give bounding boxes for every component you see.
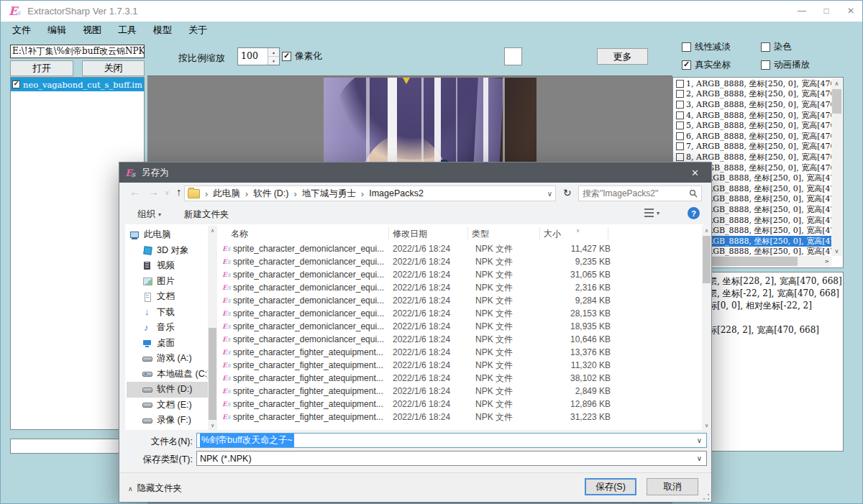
npk-path-input[interactable]: E:\!补丁集\%剑帝buff改云锦NPK.NPK bbox=[10, 45, 145, 58]
sprite-row-6[interactable]: 6, ARGB_8888, 坐标[250, 0], 宽高[470, 668], bbox=[674, 131, 831, 142]
sprite-row-7[interactable]: 7, ARGB_8888, 坐标[250, 0], 宽高[470, 668], bbox=[674, 142, 831, 152]
nav-item-12[interactable]: 录像 (F:) bbox=[127, 413, 208, 429]
file-row-13[interactable]: Essprite_character_fighter_atequipment..… bbox=[220, 411, 702, 423]
organize-button[interactable]: 组织 ▾ bbox=[137, 209, 161, 221]
nav-item-3[interactable]: 图片 bbox=[127, 274, 208, 290]
checkbox-icon[interactable] bbox=[676, 80, 684, 88]
close-npk-button[interactable]: 关闭 bbox=[82, 60, 145, 76]
nav-item-7[interactable]: 桌面 bbox=[127, 336, 208, 352]
file-row-6[interactable]: Essprite_character_demoniclancer_equi...… bbox=[220, 320, 702, 333]
dialog-titlebar[interactable]: E s 另存为 ✕ bbox=[119, 162, 711, 183]
column-header-name[interactable]: 名称 bbox=[220, 227, 389, 240]
spinner-up-icon[interactable]: ▲ bbox=[268, 48, 279, 57]
breadcrumb-segment-0[interactable]: 此电脑 bbox=[213, 188, 240, 200]
checkbox-icon[interactable] bbox=[676, 111, 684, 119]
chevron-down-icon[interactable]: ∨ bbox=[697, 454, 702, 462]
menu-item-4[interactable]: 模型 bbox=[151, 22, 174, 38]
maximize-button[interactable]: □ bbox=[814, 0, 839, 22]
scroll-up-icon[interactable]: ∧ bbox=[831, 78, 842, 88]
nav-item-8[interactable]: 游戏 (A:) bbox=[127, 351, 208, 367]
address-dropdown-icon[interactable]: ∨ bbox=[547, 190, 552, 198]
checkbox-icon[interactable] bbox=[676, 153, 684, 161]
sprite-row-4[interactable]: 4, ARGB_8888, 坐标[250, 0], 宽高[470, 668], bbox=[674, 110, 831, 121]
file-row-5[interactable]: Essprite_character_demoniclancer_equi...… bbox=[220, 307, 702, 320]
breadcrumb-segment-1[interactable]: 软件 (D:) bbox=[253, 188, 288, 200]
file-row-8[interactable]: Essprite_character_fighter_atequipment..… bbox=[220, 346, 702, 359]
nav-item-11[interactable]: 文档 (E:) bbox=[127, 398, 208, 413]
option-checkbox-1[interactable]: 染色 bbox=[761, 41, 792, 53]
file-row-0[interactable]: Essprite_character_demoniclancer_equi...… bbox=[220, 242, 702, 255]
scroll-right-icon[interactable]: ∨ bbox=[821, 257, 832, 267]
chevron-down-icon[interactable]: ∨ bbox=[697, 436, 702, 444]
img-list-item-0[interactable]: ✓neo_vagabond_cut_s_buff.img bbox=[11, 78, 144, 91]
file-row-11[interactable]: Essprite_character_fighter_atequipment..… bbox=[220, 385, 702, 398]
file-row-1[interactable]: Essprite_character_demoniclancer_equi...… bbox=[220, 255, 702, 268]
more-button[interactable]: 更多 bbox=[597, 48, 648, 65]
checkbox-icon[interactable]: ✓ bbox=[682, 60, 691, 70]
scroll-down-icon[interactable]: ∨ bbox=[702, 421, 711, 430]
file-row-12[interactable]: Essprite_character_fighter_atequipment..… bbox=[220, 398, 702, 411]
scroll-down-icon[interactable]: ∨ bbox=[831, 246, 842, 256]
nav-item-10[interactable]: 软件 (D:) bbox=[127, 382, 208, 398]
sprite-row-2[interactable]: 2, ARGB_8888, 坐标[250, 0], 宽高[470, 668], bbox=[674, 89, 831, 100]
menu-item-2[interactable]: 视图 bbox=[81, 22, 104, 38]
resize-grip[interactable] bbox=[703, 494, 709, 500]
forward-icon[interactable]: → bbox=[148, 185, 159, 198]
checkbox-icon[interactable] bbox=[761, 60, 770, 70]
file-row-9[interactable]: Essprite_character_fighter_atequipment..… bbox=[220, 359, 702, 372]
scroll-up-icon[interactable]: ∧ bbox=[702, 226, 711, 235]
option-checkbox-0[interactable]: 线性减淡 bbox=[682, 41, 731, 53]
scale-value[interactable]: 100 bbox=[238, 48, 268, 65]
menu-item-3[interactable]: 工具 bbox=[116, 22, 139, 38]
file-row-2[interactable]: Essprite_character_demoniclancer_equi...… bbox=[220, 268, 702, 281]
filename-input[interactable]: %剑帝buff改天命之子~ ∨ bbox=[196, 433, 707, 448]
option-checkbox-2[interactable]: ✓真实坐标 bbox=[682, 59, 731, 71]
file-list-scrollbar[interactable]: ∧ ∨ bbox=[702, 226, 711, 430]
vscroll-thumb[interactable] bbox=[832, 89, 841, 114]
dialog-close-button[interactable]: ✕ bbox=[679, 162, 711, 183]
file-row-4[interactable]: Essprite_character_demoniclancer_equi...… bbox=[220, 294, 702, 307]
nav-scrollbar[interactable]: ∧ ∨ bbox=[208, 226, 217, 430]
up-icon[interactable]: ↑ bbox=[176, 185, 182, 198]
option-checkbox-3[interactable]: 动画播放 bbox=[761, 59, 810, 71]
open-button[interactable]: 打开 bbox=[10, 60, 73, 76]
nav-item-2[interactable]: 视频 bbox=[127, 258, 208, 274]
save-button[interactable]: 保存(S) bbox=[585, 478, 636, 495]
recent-locations-icon[interactable]: ∨ bbox=[165, 189, 170, 196]
file-row-7[interactable]: Essprite_character_demoniclancer_equi...… bbox=[220, 333, 702, 346]
spinner-down-icon[interactable]: ▼ bbox=[268, 57, 279, 65]
checkbox-icon[interactable]: ✓ bbox=[12, 81, 20, 88]
nav-item-6[interactable]: 音乐 bbox=[127, 320, 208, 336]
checkbox-icon[interactable] bbox=[676, 122, 684, 129]
menu-item-0[interactable]: 文件 bbox=[10, 22, 33, 38]
sprite-row-8[interactable]: 8, ARGB_8888, 坐标[250, 0], 宽高[470, 668], bbox=[674, 152, 831, 162]
menu-item-5[interactable]: 关于 bbox=[186, 22, 209, 38]
checkbox-icon[interactable] bbox=[676, 90, 684, 98]
cancel-button[interactable]: 取消 bbox=[647, 478, 698, 495]
menu-item-1[interactable]: 编辑 bbox=[45, 22, 68, 38]
color-swatch[interactable] bbox=[504, 47, 522, 65]
search-input[interactable]: 搜索"ImagePacks2" bbox=[578, 185, 702, 201]
new-folder-button[interactable]: 新建文件夹 bbox=[184, 209, 229, 221]
nav-item-9[interactable]: 本地磁盘 (C:) bbox=[127, 367, 208, 382]
refresh-icon[interactable]: ↻ bbox=[563, 187, 572, 198]
hide-folders-button[interactable]: ∧ 隐藏文件夹 bbox=[128, 482, 182, 495]
column-header-type[interactable]: 类型 bbox=[468, 227, 540, 240]
breadcrumb-segment-3[interactable]: ImagePacks2 bbox=[369, 188, 424, 198]
scroll-down-icon[interactable]: ∨ bbox=[208, 421, 217, 430]
nav-item-1[interactable]: 3D 对象 bbox=[127, 243, 208, 259]
nav-scroll-thumb[interactable] bbox=[209, 328, 216, 420]
checkbox-icon[interactable] bbox=[676, 142, 684, 150]
checkbox-icon[interactable] bbox=[761, 42, 770, 52]
scroll-up-icon[interactable]: ∧ bbox=[208, 226, 217, 235]
search-icon[interactable] bbox=[689, 189, 698, 198]
savetype-select[interactable]: NPK (*.NPK) ∨ bbox=[196, 451, 707, 466]
help-button[interactable]: ? bbox=[688, 207, 700, 219]
view-toggle-button[interactable]: ▾ bbox=[644, 209, 659, 217]
checkbox-icon[interactable] bbox=[682, 42, 691, 52]
checkbox-icon[interactable] bbox=[676, 101, 684, 109]
sprite-row-5[interactable]: 5, ARGB_8888, 坐标[250, 0], 宽高[470, 668], bbox=[674, 120, 831, 131]
nav-item-4[interactable]: 文档 bbox=[127, 289, 208, 305]
breadcrumb-segment-2[interactable]: 地下城与勇士 bbox=[302, 188, 356, 200]
column-header-size[interactable]: 大小 bbox=[540, 227, 608, 240]
